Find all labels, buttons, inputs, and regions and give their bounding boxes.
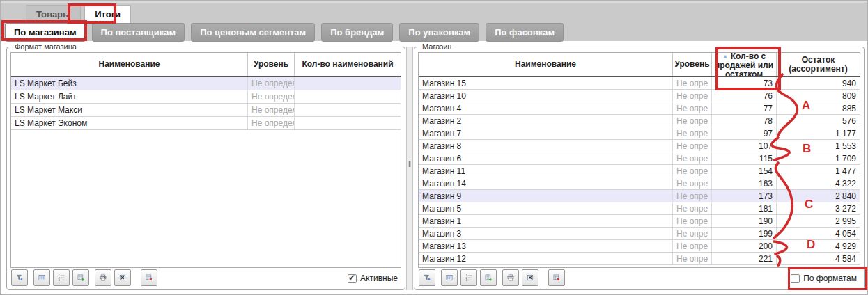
column-header-qty[interactable]: ▲Кол-во с продажей или остатком xyxy=(712,53,777,76)
add-filter-button[interactable] xyxy=(11,269,28,286)
filter-icon xyxy=(424,272,431,283)
cell-qty: 73 xyxy=(712,77,777,89)
table-row[interactable]: Магазин 7Не опре971 177 xyxy=(419,127,860,140)
cell-stock: 4 584 xyxy=(777,253,860,264)
cell-level: Не определе xyxy=(248,77,295,90)
app-window: ТоварыИтоги По магазинамПо поставщикамПо… xyxy=(0,0,868,295)
table-row[interactable]: LS Маркет ЭкономНе определе xyxy=(11,117,401,130)
columns-icon xyxy=(446,272,453,283)
panel-splitter[interactable]: ∥ xyxy=(406,47,413,290)
table-row[interactable]: Магазин 2Не опре78576 xyxy=(419,115,860,127)
remove-from-table-button[interactable] xyxy=(548,269,565,286)
cell-count xyxy=(295,77,401,90)
table-row[interactable]: Магазин 9Не опре1732 840 xyxy=(419,190,860,202)
cell-level: Не опре xyxy=(673,240,712,252)
table-header-row: Наименование Уровень Кол-во наименований xyxy=(11,53,401,77)
column-header-stock[interactable]: Остаток (ассортимент) xyxy=(777,53,860,76)
svg-text:3: 3 xyxy=(59,279,60,282)
subtab-По ценовым сегментам[interactable]: По ценовым сегментам xyxy=(191,23,315,42)
table-row[interactable]: Магазин 3Не опре1994 054 xyxy=(419,228,860,240)
numbered-list-icon: 1 2 3 xyxy=(58,272,65,283)
cell-level: Не опре xyxy=(673,90,712,102)
cell-name: Магазин 15 xyxy=(419,77,673,89)
cell-qty: 76 xyxy=(712,90,777,102)
numbered-list-button[interactable]: 1 2 3 xyxy=(53,269,70,286)
print-button[interactable] xyxy=(502,269,519,286)
store-panel: Магазин Наименование Уровень ▲Кол-во с п… xyxy=(414,47,865,290)
by-formats-checkbox[interactable] xyxy=(791,274,800,283)
cell-qty: 181 xyxy=(712,202,777,214)
subtab-По магазинам[interactable]: По магазинам xyxy=(5,23,86,42)
cell-qty: 200 xyxy=(712,240,777,252)
cell-name: Магазин 7 xyxy=(419,127,673,139)
cell-name: LS Маркет Эконом xyxy=(11,117,248,129)
cell-level: Не опре xyxy=(673,102,712,114)
cell-level: Не опре xyxy=(673,215,712,227)
cell-qty: 115 xyxy=(712,152,777,164)
table-row[interactable]: Магазин 11Не опре1541 477 xyxy=(419,165,860,177)
subtab-По фасовкам[interactable]: По фасовкам xyxy=(486,23,564,42)
column-settings-button[interactable] xyxy=(441,269,458,286)
cell-name: Магазин 10 xyxy=(419,90,673,102)
table-remove-icon xyxy=(553,272,560,283)
cell-level: Не опре xyxy=(673,177,712,189)
remove-from-table-button[interactable] xyxy=(141,269,157,286)
cell-stock: 576 xyxy=(777,115,860,127)
table-row[interactable]: Магазин 4Не опре77885 xyxy=(419,102,860,115)
table-add-icon xyxy=(77,272,84,283)
table-row[interactable]: Магазин 12Не опре2214 584 xyxy=(419,253,860,265)
cell-name: Магазин 5 xyxy=(419,202,673,214)
add-to-table-button[interactable] xyxy=(72,269,89,286)
by-formats-checkbox-row: По форматам xyxy=(791,273,857,283)
excel-export-button[interactable] xyxy=(522,269,538,286)
column-header-name[interactable]: Наименование xyxy=(419,53,673,76)
column-header-level[interactable]: Уровень xyxy=(248,53,295,76)
table-row[interactable]: Магазин 6Не опре1151 709 xyxy=(419,152,860,165)
numbered-list-button[interactable]: 1 2 3 xyxy=(460,269,477,286)
add-to-table-button[interactable] xyxy=(480,269,497,286)
cell-name: LS Маркет Макси xyxy=(11,104,248,116)
table-row[interactable]: LS Маркет ЛайтНе определе xyxy=(11,90,401,104)
by-formats-checkbox-label: По форматам xyxy=(803,273,857,283)
column-header-level[interactable]: Уровень xyxy=(673,53,712,76)
print-button[interactable] xyxy=(95,269,111,286)
cell-name: Магазин 13 xyxy=(419,240,673,252)
table-row[interactable]: Магазин 5Не опре1813 272 xyxy=(419,202,860,215)
table-row[interactable]: Магазин 8Не опре1071 553 xyxy=(419,140,860,152)
table-row[interactable]: LS Маркет БейзНе определе xyxy=(11,77,401,90)
cell-name: Магазин 3 xyxy=(419,228,673,239)
table-row[interactable]: Магазин 1Не опре1902 995 xyxy=(419,215,860,228)
cell-name: Магазин 11 xyxy=(419,165,673,177)
cell-level: Не опре xyxy=(673,152,712,164)
subtab-По поставщикам[interactable]: По поставщикам xyxy=(92,23,185,42)
cell-qty: 77 xyxy=(712,102,777,114)
table-remove-icon xyxy=(146,272,153,283)
table-row[interactable]: Магазин 13Не опре2004 929 xyxy=(419,240,860,253)
column-header-name[interactable]: Наименование xyxy=(11,53,248,76)
column-header-count[interactable]: Кол-во наименований xyxy=(295,53,401,76)
tab-Итоги[interactable]: Итоги xyxy=(84,5,131,23)
cell-level: Не определе xyxy=(248,104,295,116)
cell-name: Магазин 4 xyxy=(419,102,673,114)
table-row[interactable]: Магазин 15Не опре73940 xyxy=(419,77,860,90)
table-row[interactable]: LS Маркет МаксиНе определе xyxy=(11,104,401,117)
cell-stock: 940 xyxy=(777,77,860,89)
column-settings-button[interactable] xyxy=(33,269,50,286)
subtab-По брендам[interactable]: По брендам xyxy=(321,23,393,42)
table-row[interactable]: Магазин 10Не опре76809 xyxy=(419,90,860,102)
splitter-grip-icon[interactable]: ∥ xyxy=(407,160,412,167)
store-format-table: Наименование Уровень Кол-во наименований… xyxy=(10,52,401,268)
cell-qty: 97 xyxy=(712,127,777,139)
cell-qty: 163 xyxy=(712,177,777,189)
subtab-По упаковкам[interactable]: По упаковкам xyxy=(399,23,479,42)
excel-export-button[interactable] xyxy=(114,269,131,286)
cell-level: Не опре xyxy=(673,115,712,127)
active-checkbox[interactable] xyxy=(348,274,357,283)
table-row[interactable]: Магазин 14Не опре1634 322 xyxy=(419,177,860,190)
tab-Товары[interactable]: Товары xyxy=(26,5,81,23)
cell-count xyxy=(295,117,401,129)
add-filter-button[interactable] xyxy=(419,269,435,286)
excel-icon xyxy=(527,272,534,283)
cell-stock: 4 929 xyxy=(777,240,860,252)
svg-text:3: 3 xyxy=(466,279,467,282)
